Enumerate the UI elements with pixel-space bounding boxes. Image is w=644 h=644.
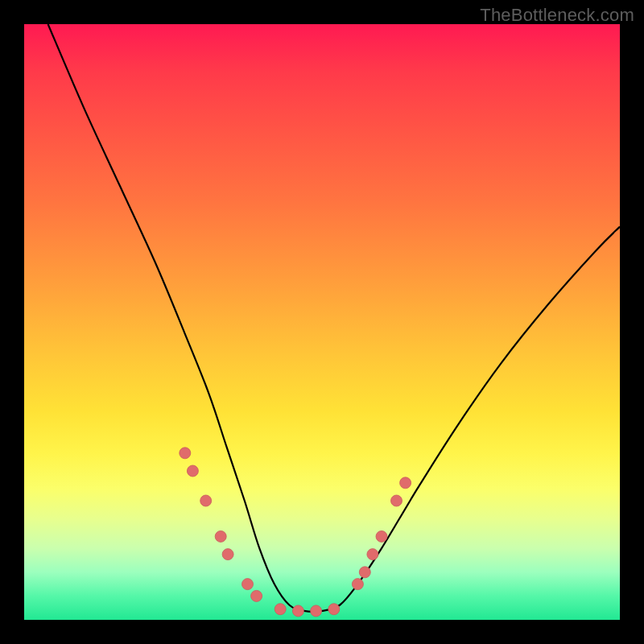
- curve-marker: [400, 477, 411, 489]
- curve-markers: [180, 448, 411, 617]
- curve-marker: [391, 495, 402, 506]
- bottleneck-curve-path: [48, 24, 620, 612]
- curve-marker: [180, 448, 191, 459]
- curve-svg: [24, 24, 620, 620]
- watermark-text: TheBottleneck.com: [480, 5, 634, 26]
- curve-marker: [242, 579, 254, 590]
- curve-marker: [200, 495, 212, 506]
- curve-marker: [352, 579, 363, 590]
- curve-marker: [251, 590, 262, 601]
- plot-area: [24, 24, 620, 620]
- curve-marker: [187, 465, 198, 477]
- curve-marker: [328, 604, 340, 615]
- curve-marker: [359, 567, 370, 578]
- curve-marker: [367, 549, 378, 560]
- curve-marker: [222, 549, 233, 560]
- curve-marker: [292, 605, 303, 617]
- curve-marker: [376, 530, 387, 542]
- curve-marker: [311, 605, 322, 617]
- curve-marker: [215, 530, 226, 542]
- chart-frame: TheBottleneck.com: [0, 0, 644, 644]
- curve-marker: [275, 604, 286, 615]
